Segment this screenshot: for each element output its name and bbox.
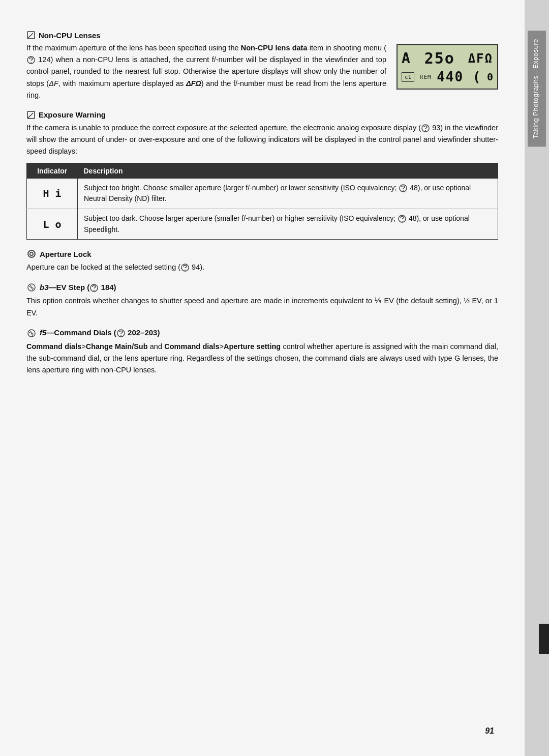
svg-line-7 [28,117,29,118]
non-cpu-heading-text: Non-CPU Lenses [39,31,101,40]
right-sidebar: Taking Photographs—Exposure [525,0,549,756]
indicator-hi: H i [27,179,78,209]
table-header-indicator: Indicator [27,163,78,179]
b3-text: This option controls whether changes to … [26,295,498,318]
sidebar-tab: Taking Photographs—Exposure [528,31,546,147]
non-cpu-text-block: If the maximum aperture of the lens has … [26,42,386,101]
aperture-lock-text: Aperture can be locked at the selected s… [26,261,498,273]
svg-point-16 [30,253,33,255]
exposure-warning-heading: Exposure Warning [26,110,498,120]
f5-bold2: Change Main/Sub [86,342,148,351]
lcd-display: A 25o ΔFΩ c1 REM 440 ( 0 [396,44,498,90]
description-hi: Subject too bright. Choose smaller apert… [78,179,498,209]
svg-point-21 [94,290,95,291]
pencil-icon [26,31,36,40]
sidebar-label: Taking Photographs—Exposure [532,39,539,138]
lcd-extra: 0 [487,71,493,83]
non-cpu-bold: Non-CPU lens data [241,44,308,52]
lcd-max-aperture: ΔFΩ [468,51,493,66]
svg-line-1 [29,33,33,37]
f5-bold3: Command dials [164,342,219,351]
exposure-warning-heading-text: Exposure Warning [39,110,106,119]
lcd-mode: A [402,50,411,67]
exposure-warning-text: If the camera is unable to produce the c… [26,122,498,158]
f5-text: Command dials>Change Main/Sub and Comman… [26,341,498,376]
f5-bold4: Aperture setting [224,342,281,351]
table-row: L o Subject too dark. Choose larger aper… [27,209,498,239]
pencil-icon-2 [26,110,36,120]
lcd-count: 440 ( [437,69,481,84]
aperture-lock-heading-text: Aperture Lock [40,250,92,258]
svg-point-13 [402,221,403,222]
b3-heading: b3—EV Step ( 184) [26,282,498,293]
non-cpu-paragraph: If the maximum aperture of the lens has … [26,42,386,101]
page-number: 91 [485,726,494,736]
f5-bold1: Command dials [26,342,81,351]
settings-icon-b3 [26,282,37,293]
f5-command-dials-section: f5—Command Dials ( 202–203) Command dial… [26,328,498,376]
f5-heading: f5—Command Dials ( 202–203) [26,328,498,338]
lcd-aperture: 25o [424,49,455,67]
lcd-bottom-row: c1 REM 440 ( 0 [402,69,493,84]
b3-heading-text: b3—EV Step ( 184) [40,283,116,293]
svg-line-6 [29,113,33,117]
svg-point-9 [425,130,426,131]
lock-icon [26,249,37,259]
sidebar-black-bar [539,624,549,654]
table-header-description: Description [78,163,498,179]
indicator-table: Indicator Description H i Subject too br… [26,163,498,240]
table-row: H i Subject too bright. Choose smaller a… [27,179,498,209]
svg-point-24 [120,335,121,336]
lcd-mode-box: c1 [402,72,414,82]
lcd-top-row: A 25o ΔFΩ [402,49,493,67]
exposure-warning-section: Exposure Warning If the camera is unable… [26,110,498,240]
lcd-rem-label: REM [420,74,432,80]
settings-icon-f5 [26,328,37,338]
aperture-lock-section: Aperture Lock Aperture can be locked at … [26,249,498,273]
non-cpu-heading: Non-CPU Lenses [26,31,498,40]
aperture-lock-heading: Aperture Lock [26,249,498,259]
b3-ev-step-section: b3—EV Step ( 184) This option controls w… [26,282,498,318]
main-content: Non-CPU Lenses If the maximum aperture o… [0,0,525,756]
svg-line-2 [28,37,29,38]
non-cpu-content: If the maximum aperture of the lens has … [26,42,498,101]
svg-point-18 [185,270,186,271]
svg-point-4 [30,62,32,63]
indicator-lo: L o [27,209,78,239]
f5-heading-text: f5—Command Dials ( 202–203) [40,328,160,338]
non-cpu-lenses-section: Non-CPU Lenses If the maximum aperture o… [26,31,498,101]
delta-f-omega: ΔFΩ [186,79,201,88]
svg-point-11 [403,190,404,191]
delta-f: ΔF [49,79,58,88]
description-lo: Subject too dark. Choose larger aperture… [78,209,498,239]
